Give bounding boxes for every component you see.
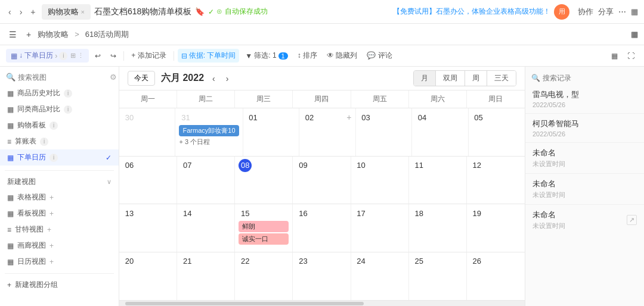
day-num-06[interactable]: 06 xyxy=(123,159,136,172)
day-num-16[interactable]: 16 xyxy=(296,207,309,220)
day-num-31[interactable]: 31 xyxy=(179,111,192,124)
day-num-18[interactable]: 18 xyxy=(413,207,426,220)
day-num-01[interactable]: 01 xyxy=(247,111,260,124)
breadcrumb-shopping[interactable]: 购物攻略 xyxy=(38,29,69,40)
add-record-button[interactable]: + 添加记录 xyxy=(128,49,169,63)
share-button[interactable]: 分享 xyxy=(598,7,614,17)
event-more-3[interactable]: + 3 个日程 xyxy=(179,138,239,146)
breadcrumb-618[interactable]: 618活动周期 xyxy=(85,29,129,40)
toolbar-icon-right2[interactable]: ⛶ xyxy=(624,50,638,62)
menu-icon[interactable]: ☰ xyxy=(6,29,20,40)
undo-button[interactable]: ↩ xyxy=(91,50,104,62)
sidebar-item-similar[interactable]: ▦ 同类商品对比 i xyxy=(0,101,119,117)
day-num-09[interactable]: 09 xyxy=(296,159,309,172)
day-num-24[interactable]: 24 xyxy=(355,255,368,268)
view-3day-button[interactable]: 三天 xyxy=(487,71,516,86)
add-gallery-view-icon[interactable]: + xyxy=(49,242,54,250)
new-table-view[interactable]: ▦ 表格视图 + xyxy=(0,189,119,205)
day-num-07[interactable]: 07 xyxy=(181,159,194,172)
record-expand-icon[interactable]: ↗ xyxy=(627,215,637,225)
cart-info-icon[interactable]: i xyxy=(49,121,58,130)
sort-by-button[interactable]: ⊟ 依据: 下单时间 xyxy=(178,49,240,63)
day-num-26[interactable]: 26 xyxy=(470,255,484,268)
event-xianlang[interactable]: 鲜朗 xyxy=(239,221,289,232)
event-farmacy[interactable]: Farmacy卸妆膏10 xyxy=(179,125,239,136)
view-week-button[interactable]: 周 xyxy=(465,71,487,86)
record-card-2[interactable]: 柯贝希智能马 2022/05/26 xyxy=(525,114,644,143)
hide-columns-button[interactable]: 👁 隐藏列 xyxy=(323,49,361,63)
collapse-icon[interactable]: ∨ xyxy=(107,178,112,186)
new-kanban-view[interactable]: ▦ 看板视图 + xyxy=(0,205,119,221)
day-num-25[interactable]: 25 xyxy=(413,255,426,268)
day-num-30[interactable]: 30 xyxy=(123,111,136,124)
add-table-view-icon[interactable]: + xyxy=(49,193,54,202)
prev-month-button[interactable]: ‹ xyxy=(210,73,218,85)
back-button[interactable]: ‹ xyxy=(6,6,14,18)
add-date-view-icon[interactable]: + xyxy=(49,258,54,266)
day-num-13[interactable]: 13 xyxy=(123,207,136,220)
more-menu-button[interactable]: ⋯ xyxy=(618,7,626,16)
day-num-04[interactable]: 04 xyxy=(416,111,429,124)
sidebar-item-calendar[interactable]: ▦ 下单日历 i ✓ xyxy=(0,149,119,166)
day-num-17[interactable]: 17 xyxy=(355,207,368,220)
avatar[interactable]: 用 xyxy=(554,4,569,20)
bookmark-icon[interactable]: 🔖 xyxy=(195,7,205,16)
sidebar-item-account[interactable]: ≡ 算账表 i xyxy=(0,133,119,149)
calendar-info-icon[interactable]: i xyxy=(49,154,58,162)
close-tab-icon[interactable]: × xyxy=(81,8,85,15)
record-card-1[interactable]: 雷鸟电视，型 2022/05/26 xyxy=(525,85,644,114)
view-label[interactable]: ▦ ↓ 下单日历 › i ⊞ ⋮ xyxy=(6,49,89,63)
similar-info-icon[interactable]: i xyxy=(64,105,72,114)
today-button[interactable]: 今天 xyxy=(128,71,155,86)
day-num-21[interactable]: 21 xyxy=(181,255,194,268)
sidebar-search-container[interactable]: 🔍 ⚙ ▦ xyxy=(0,70,119,84)
day-num-22[interactable]: 22 xyxy=(239,255,252,268)
search-view-input[interactable] xyxy=(18,73,107,82)
info-icon[interactable]: i xyxy=(59,52,67,60)
account-info-icon[interactable]: i xyxy=(40,138,48,146)
day-num-23[interactable]: 23 xyxy=(296,255,309,268)
next-month-button[interactable]: › xyxy=(224,73,231,85)
day-num-10[interactable]: 10 xyxy=(355,159,368,172)
day-num-02[interactable]: 02 xyxy=(303,111,316,124)
add-event-02[interactable]: + xyxy=(346,113,351,122)
add-gantt-view-icon[interactable]: + xyxy=(47,226,51,234)
new-date-view[interactable]: ▦ 日历视图 + xyxy=(0,254,119,270)
add-kanban-view-icon[interactable]: + xyxy=(49,210,54,218)
new-view-group[interactable]: + 新建视图分组 xyxy=(0,277,119,292)
history-info-icon[interactable]: i xyxy=(64,89,72,98)
forward-button[interactable]: › xyxy=(17,6,25,18)
more-view-icon[interactable]: ⋮ xyxy=(78,52,84,60)
scrollbar-thumb[interactable] xyxy=(125,302,364,305)
search-record-input[interactable] xyxy=(543,74,638,82)
add-tab-button[interactable]: + xyxy=(28,6,38,18)
day-num-14[interactable]: 14 xyxy=(181,207,194,220)
view-biweek-button[interactable]: 双周 xyxy=(436,71,465,86)
add-icon[interactable]: + xyxy=(23,29,34,40)
record-card-4[interactable]: 未命名 未设置时间 xyxy=(525,174,644,205)
filter-button[interactable]: ▼ 筛选: 1 1 xyxy=(242,49,291,63)
toolbar-icon-right1[interactable]: ▦ xyxy=(608,50,621,62)
sidebar-item-cart[interactable]: ▦ 购物看板 i xyxy=(0,117,119,133)
grid-icon-right[interactable]: ▦ xyxy=(631,30,638,39)
promo-link[interactable]: 【免费试用】石墨办公，体验企业表格高级功能！ xyxy=(393,7,550,17)
day-num-03[interactable]: 03 xyxy=(360,111,373,124)
record-card-5[interactable]: 未命名 未设置时间 ↗ xyxy=(525,205,644,235)
new-gallery-view[interactable]: ▦ 画廊视图 + xyxy=(0,238,119,254)
layout-toggle[interactable]: ⊞ xyxy=(70,52,76,60)
day-num-15[interactable]: 15 xyxy=(239,207,252,220)
search-record-container[interactable]: 🔍 xyxy=(525,71,644,85)
day-num-19[interactable]: 19 xyxy=(470,207,484,220)
day-num-11[interactable]: 11 xyxy=(413,159,426,172)
horizontal-scrollbar[interactable] xyxy=(119,300,525,306)
comment-button[interactable]: 💬 评论 xyxy=(363,49,395,63)
sort-button[interactable]: ↕ 排序 xyxy=(294,49,321,63)
sidebar-item-history[interactable]: ▦ 商品历史对比 i xyxy=(0,85,119,101)
event-chengshi[interactable]: 诚实一口 xyxy=(239,233,289,245)
new-gantt-view[interactable]: ≡ 甘特视图 + xyxy=(0,221,119,238)
day-num-05[interactable]: 05 xyxy=(472,111,485,124)
grid-view-button[interactable]: ▦ xyxy=(631,7,638,16)
new-view-section[interactable]: 新建视图 ∨ xyxy=(0,174,119,189)
redo-button[interactable]: ↪ xyxy=(107,50,120,62)
settings-icon[interactable]: ⚙ xyxy=(110,73,117,82)
